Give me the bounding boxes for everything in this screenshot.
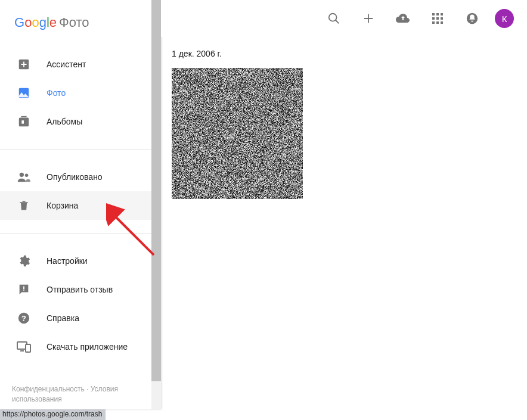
nav-item-sharing[interactable]: Опубликовано [0,163,161,191]
nav-item-photos[interactable]: Фото [0,79,161,107]
albums-icon [17,114,31,129]
help-icon: ? [17,311,31,325]
svg-rect-11 [26,344,30,352]
people-icon [17,170,31,184]
nav-item-label: Альбомы [46,117,82,126]
status-url: https://photos.google.com/trash [2,410,102,418]
nav-item-label: Опубликовано [46,172,103,182]
svg-rect-14 [436,13,439,15]
content-area: 1 дек. 2006 г. [161,37,527,420]
nav-item-assistant[interactable]: Ассистент [0,50,161,79]
svg-rect-20 [436,21,439,24]
nav-item-label: Ассистент [46,60,86,69]
scrollbar-thumb[interactable] [151,0,161,381]
svg-point-12 [329,14,337,21]
nav-item-label: Справка [46,313,79,323]
browser-status-bar: https://photos.google.com/trash [0,409,106,420]
trash-icon [17,198,31,213]
date-header: 1 дек. 2006 г. [172,49,527,58]
svg-rect-15 [441,13,443,15]
nav-item-trash[interactable]: Корзина [0,191,161,220]
create-button[interactable] [356,7,380,30]
nav-group-main: Ассистент Фото Альбомы [0,37,161,136]
svg-point-5 [25,174,29,178]
upload-button[interactable] [391,7,415,30]
photos-icon [17,86,31,100]
feedback-icon [17,282,31,297]
nav-item-settings[interactable]: Настройки [0,247,161,275]
sidebar: Google Фото Ассистент Фото Альбомы [0,0,161,409]
nav-item-feedback[interactable]: Отправить отзыв [0,275,161,304]
nav-item-label: Настройки [46,256,88,266]
nav-item-get-app[interactable]: Скачать приложение [0,332,161,361]
svg-rect-3 [21,120,24,124]
gear-icon [17,254,31,268]
svg-rect-16 [432,17,435,20]
logo[interactable]: Google Фото [0,0,161,37]
svg-rect-6 [23,287,24,290]
nav-item-label: Корзина [46,201,78,210]
svg-rect-21 [441,21,443,24]
svg-rect-13 [432,13,435,15]
scrollbar-track[interactable] [151,0,161,409]
nav-group-footer: Настройки Отправить отзыв ? Справка Скач… [0,234,161,361]
svg-rect-7 [23,290,24,291]
svg-rect-18 [441,17,443,20]
assistant-icon [17,57,31,71]
nav-item-albums[interactable]: Альбомы [0,107,161,136]
search-button[interactable] [322,7,346,30]
devices-icon [17,340,31,354]
svg-rect-19 [432,21,435,24]
nav-item-label: Отправить отзыв [46,285,113,294]
account-avatar[interactable]: К [495,9,514,28]
topbar: К [161,0,527,37]
nav-item-help[interactable]: ? Справка [0,304,161,332]
google-logo: Google [14,15,57,30]
apps-button[interactable] [426,7,450,30]
nav-group-sharing: Опубликовано Корзина [0,150,161,220]
nav-item-label: Фото [46,88,66,98]
svg-text:?: ? [21,314,26,323]
notifications-button[interactable] [460,7,484,30]
svg-point-4 [20,173,24,177]
footer-links: Конфиденциальность · Условия использован… [12,384,143,405]
photo-thumbnail[interactable] [172,68,303,199]
privacy-link[interactable]: Конфиденциальность [12,385,85,393]
avatar-letter: К [502,14,507,24]
app-name: Фото [59,15,89,30]
nav-item-label: Скачать приложение [46,342,128,351]
svg-rect-17 [436,17,439,20]
